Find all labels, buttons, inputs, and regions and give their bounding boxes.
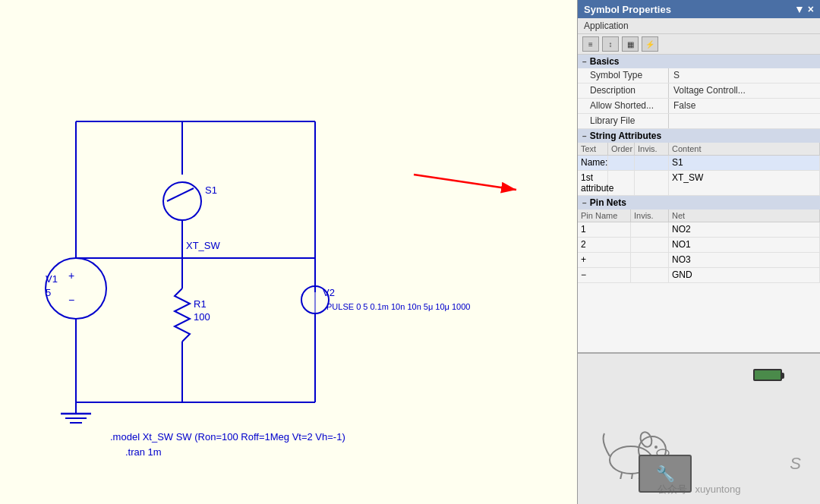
description-row[interactable]: Description Voltage Controll... [578, 83, 820, 99]
toolbar-btn-1[interactable]: ≡ [582, 36, 599, 52]
string-attr-1st-invis [635, 171, 669, 195]
string-attr-row-name[interactable]: Name: S1 [578, 156, 820, 171]
pin-plus-name: + [578, 253, 631, 267]
string-attr-name-order [608, 156, 635, 170]
allow-shorted-row[interactable]: Allow Shorted... False [578, 99, 820, 114]
pin-row-minus[interactable]: − GND [578, 268, 820, 283]
panel-header: Symbol Properties ▼ × [578, 0, 820, 18]
string-attributes-section-header[interactable]: − String Attributes [578, 129, 820, 143]
symbol-type-value: S [669, 68, 820, 83]
col-text-header: Text [578, 143, 608, 155]
string-attr-row-1st[interactable]: 1st attribute XT_SW [578, 171, 820, 196]
xt-sw-label: XT_SW [186, 240, 221, 251]
string-attr-1st-content: XT_SW [669, 171, 820, 195]
pin-nets-collapse-icon: − [582, 199, 587, 207]
svg-text:−: − [68, 294, 74, 306]
pin-2-invis [631, 238, 669, 252]
pin-1-net: NO2 [669, 222, 820, 237]
library-file-label: Library File [578, 114, 669, 128]
panel-title: Symbol Properties [584, 4, 671, 15]
string-attr-name-text: Name: [578, 156, 608, 170]
right-panel: Symbol Properties ▼ × Application ≡ ↕ ▦ … [577, 0, 820, 504]
basics-section-header[interactable]: − Basics [578, 55, 820, 68]
col-pin-invis-header: Invis. [631, 209, 669, 222]
tran-line: .tran 1m [125, 446, 162, 458]
r1-label: R1 [194, 298, 207, 310]
library-file-row[interactable]: Library File [578, 114, 820, 129]
v1-value: 5 [46, 287, 51, 298]
lightning-icon: ⚡ [645, 40, 654, 49]
pin-plus-net: NO3 [669, 253, 820, 267]
string-attr-name-content: S1 [669, 156, 820, 170]
string-attributes-section-label: String Attributes [590, 131, 661, 141]
string-attr-name-invis [635, 156, 669, 170]
allow-shorted-value: False [669, 99, 820, 113]
table-icon: ▦ [627, 40, 634, 49]
pin-row-1[interactable]: 1 NO2 [578, 222, 820, 238]
toolbar: ≡ ↕ ▦ ⚡ [578, 34, 820, 55]
svg-point-30 [639, 430, 654, 449]
svg-line-33 [620, 473, 622, 479]
string-attr-1st-order [608, 171, 635, 195]
pin-nets-section-label: Pin Nets [590, 197, 626, 208]
symbol-type-label: Symbol Type [578, 68, 669, 83]
r1-value: 100 [194, 311, 210, 323]
pin-nets-header: Pin Name Invis. Net [578, 209, 820, 222]
description-label: Description [578, 83, 669, 98]
string-attributes-collapse-icon: − [582, 132, 587, 140]
library-file-value [669, 114, 820, 128]
svg-text:+: + [68, 269, 74, 282]
panel-header-controls[interactable]: ▼ × [794, 3, 814, 15]
pin-minus-invis [631, 268, 669, 282]
col-order-header: Order [608, 143, 635, 155]
pin-1-invis [631, 222, 669, 237]
close-icon[interactable]: × [808, 3, 814, 15]
allow-shorted-label: Allow Shorted... [578, 99, 669, 113]
svg-line-34 [631, 474, 632, 479]
s1-label: S1 [205, 184, 217, 196]
col-invis-header: Invis. [635, 143, 669, 155]
schematic-area: + − V1 5 S1 XT_SW R1 100 [0, 0, 577, 504]
col-pin-name-header: Pin Name [578, 209, 631, 222]
watermark: 公众号 · xuyuntong [658, 483, 741, 496]
v1-label: V1 [46, 273, 58, 285]
battery-icon [753, 369, 782, 381]
s-letter: S [790, 454, 801, 474]
string-attr-1st-text: 1st attribute [578, 171, 608, 195]
string-attributes-header: Text Order Invis. Content [578, 143, 820, 156]
pin-icon[interactable]: ▼ [794, 3, 805, 15]
pin-minus-name: − [578, 268, 631, 282]
basics-collapse-icon: − [582, 58, 587, 66]
toolbar-btn-2[interactable]: ↕ [602, 36, 619, 52]
svg-rect-0 [0, 0, 577, 504]
model-line: .model Xt_SW SW (Ron=100 Roff=1Meg Vt=2 … [110, 431, 345, 443]
description-value: Voltage Controll... [669, 83, 820, 98]
toolbar-btn-3[interactable]: ▦ [622, 36, 639, 52]
v2-pulse: PULSE 0 5 0.1m 10n 10n 5μ 10μ 1000 [326, 302, 470, 311]
bottom-panel: 🔧 S 公众号 · xuyuntong [578, 352, 820, 504]
svg-point-31 [654, 446, 658, 449]
pin-2-net: NO1 [669, 238, 820, 252]
basics-section-label: Basics [590, 56, 620, 67]
properties-table: − Basics Symbol Type S Description Volta… [578, 55, 820, 352]
pin-plus-invis [631, 253, 669, 267]
application-label: Application [584, 20, 629, 31]
pin-row-2[interactable]: 2 NO1 [578, 238, 820, 253]
application-bar: Application [578, 18, 820, 34]
pin-minus-net: GND [669, 268, 820, 282]
pin-1-name: 1 [578, 222, 631, 237]
sort-icon: ↕ [609, 40, 613, 49]
list-icon: ≡ [588, 40, 593, 49]
pin-2-name: 2 [578, 238, 631, 252]
toolbar-btn-4[interactable]: ⚡ [642, 36, 658, 52]
watermark-text: 公众号 · xuyuntong [658, 484, 741, 495]
col-pin-net-header: Net [669, 209, 820, 222]
col-content-header: Content [669, 143, 820, 155]
v2-label: V2 [323, 287, 335, 298]
pin-row-plus[interactable]: + NO3 [578, 253, 820, 268]
symbol-type-row[interactable]: Symbol Type S [578, 68, 820, 83]
pin-nets-section-header[interactable]: − Pin Nets [578, 196, 820, 209]
